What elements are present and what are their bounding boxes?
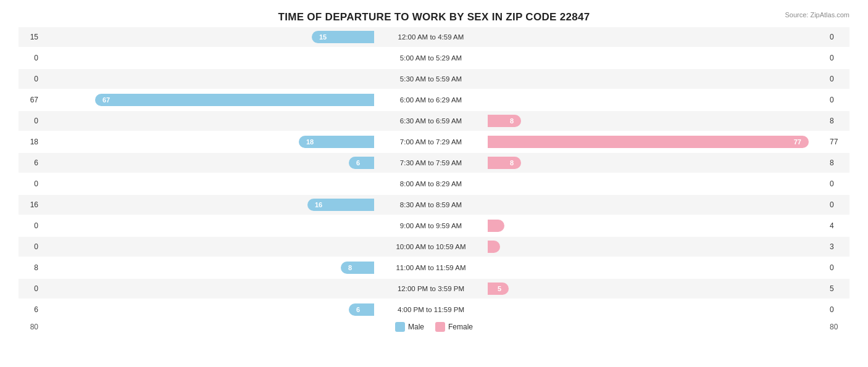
male-value-label: 0 <box>19 75 42 83</box>
male-bar: 18 <box>299 136 374 148</box>
bar-row: 667:30 AM to 7:59 AM88 <box>19 153 849 173</box>
bar-row: 010:00 AM to 10:59 AM3 <box>19 237 849 257</box>
female-bar-side <box>486 262 820 274</box>
female-bar-side <box>486 199 820 211</box>
time-label: 9:00 AM to 9:59 AM <box>375 222 486 229</box>
bars-center: 5:30 AM to 5:59 AM <box>42 69 826 89</box>
female-bar-inside-val: 8 <box>510 117 517 125</box>
male-value-label: 6 <box>19 305 42 314</box>
male-bar-side <box>42 178 375 190</box>
time-label: 7:00 AM to 7:29 AM <box>375 138 486 146</box>
male-bar-side <box>42 282 375 295</box>
chart-title: TIME OF DEPARTURE TO WORK BY SEX IN ZIP … <box>19 11 849 23</box>
female-value-label: 5 <box>826 284 849 293</box>
male-bar-side <box>42 115 375 127</box>
bars-center: 10:00 AM to 10:59 AM <box>42 237 826 257</box>
bar-row: 012:00 PM to 3:59 PM55 <box>19 279 849 299</box>
female-value-label: 0 <box>826 200 849 209</box>
male-value-label: 0 <box>19 54 42 62</box>
female-bar-side <box>486 94 820 106</box>
male-bar-inside-val: 6 <box>353 159 360 167</box>
time-label: 5:00 AM to 5:29 AM <box>375 54 486 62</box>
female-bar: 8 <box>488 115 521 127</box>
time-label: 8:30 AM to 8:59 AM <box>375 201 486 208</box>
male-bar-inside-val: 67 <box>99 96 110 104</box>
male-bar-side: 15 <box>42 31 375 43</box>
female-bar-inside-val: 77 <box>794 138 805 146</box>
male-bar-side <box>42 241 375 253</box>
male-value-label: 6 <box>19 159 42 167</box>
legend-male: Male <box>395 322 424 332</box>
bar-row: 08:00 AM to 8:29 AM0 <box>19 174 849 194</box>
female-bar-side <box>486 241 820 253</box>
legend: Male Female <box>42 322 826 332</box>
male-bar-side <box>42 220 375 232</box>
bars-center: 168:30 AM to 8:59 AM <box>42 195 826 215</box>
male-bar-side <box>42 73 375 85</box>
male-bar-inside-val: 15 <box>315 33 327 41</box>
female-bar-side <box>486 220 820 232</box>
male-bar-side: 8 <box>42 262 375 274</box>
male-bar-side: 16 <box>42 199 375 211</box>
female-bar: 77 <box>488 136 809 148</box>
male-bar-inside-val: 18 <box>303 138 314 146</box>
source-label: Source: ZipAtlas.com <box>785 11 849 19</box>
axis-left-label: 80 <box>19 323 42 331</box>
bars-center: 5:00 AM to 5:29 AM <box>42 48 826 68</box>
bars-center: 1512:00 AM to 4:59 AM <box>42 27 826 47</box>
male-bar: 16 <box>307 199 374 211</box>
bars-center: 6:30 AM to 6:59 AM8 <box>42 111 826 131</box>
male-bar-side: 6 <box>42 303 375 316</box>
chart-container: TIME OF DEPARTURE TO WORK BY SEX IN ZIP … <box>0 0 868 367</box>
bars-center: 67:30 AM to 7:59 AM8 <box>42 153 826 173</box>
female-bar <box>488 220 504 232</box>
male-value-label: 18 <box>19 138 42 146</box>
female-value-label: 0 <box>826 33 849 41</box>
female-bar-side <box>486 52 820 64</box>
bar-row: 09:00 AM to 9:59 AM4 <box>19 216 849 236</box>
female-bar-side <box>486 31 820 43</box>
female-bar: 8 <box>488 157 521 169</box>
time-label: 11:00 AM to 11:59 AM <box>375 264 486 271</box>
axis-row: 80 Male Female 80 <box>19 322 849 332</box>
female-value-label: 0 <box>826 54 849 62</box>
male-value-label: 67 <box>19 96 42 104</box>
bar-row: 67676:00 AM to 6:29 AM0 <box>19 90 849 110</box>
male-value-label: 8 <box>19 263 42 272</box>
female-value-label: 8 <box>826 159 849 167</box>
male-value-label: 0 <box>19 242 42 251</box>
female-bar-side <box>486 303 820 316</box>
male-bar-inside-val: 6 <box>353 306 360 313</box>
time-label: 6:30 AM to 6:59 AM <box>375 117 486 125</box>
female-value-label: 0 <box>826 263 849 272</box>
male-swatch <box>395 322 405 332</box>
female-value-label: 77 <box>826 138 849 146</box>
male-value-label: 0 <box>19 117 42 125</box>
female-value-label: 8 <box>826 117 849 125</box>
bars-center: 187:00 AM to 7:29 AM77 <box>42 132 826 152</box>
female-label: Female <box>448 323 473 331</box>
male-value-label: 0 <box>19 179 42 188</box>
bar-row: 16168:30 AM to 8:59 AM0 <box>19 195 849 215</box>
female-bar-side: 77 <box>486 136 820 148</box>
time-label: 12:00 AM to 4:59 AM <box>375 33 486 41</box>
time-label: 10:00 AM to 10:59 AM <box>375 243 486 250</box>
female-value-label: 3 <box>826 242 849 251</box>
female-bar: 5 <box>488 282 509 295</box>
bar-row: 664:00 PM to 11:59 PM0 <box>19 300 849 320</box>
female-value-label: 0 <box>826 75 849 83</box>
female-bar-side: 8 <box>486 115 820 127</box>
female-value-label: 0 <box>826 179 849 188</box>
bars-center: 8:00 AM to 8:29 AM <box>42 174 826 194</box>
legend-female: Female <box>435 322 473 332</box>
time-label: 7:30 AM to 7:59 AM <box>375 159 486 167</box>
bar-row: 05:00 AM to 5:29 AM0 <box>19 48 849 68</box>
time-label: 5:30 AM to 5:59 AM <box>375 75 486 83</box>
female-bar-side: 5 <box>486 282 820 295</box>
male-bar: 15 <box>312 31 374 43</box>
female-bar-side <box>486 73 820 85</box>
bar-row: 05:30 AM to 5:59 AM0 <box>19 69 849 89</box>
female-swatch <box>435 322 445 332</box>
male-bar-side <box>42 52 375 64</box>
female-bar-side <box>486 178 820 190</box>
